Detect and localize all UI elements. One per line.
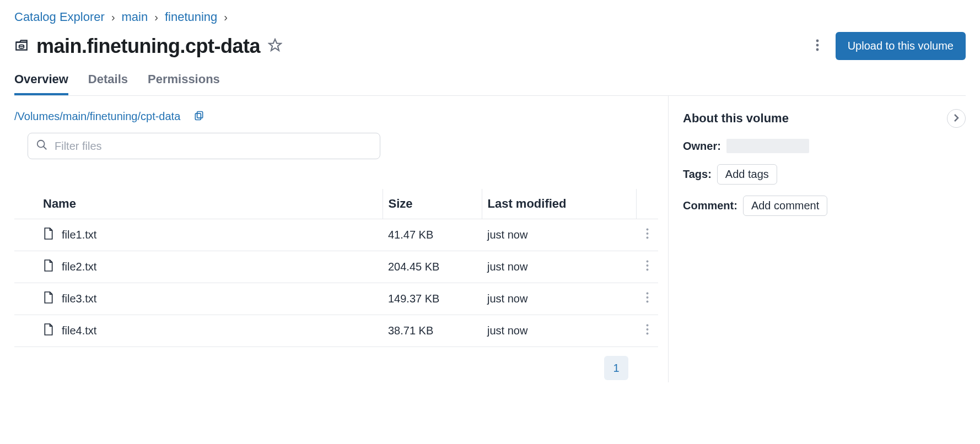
volume-path-link[interactable]: /Volumes/main/finetuning/cpt-data xyxy=(14,110,180,123)
page-header: main.finetuning.cpt-data Upload to this … xyxy=(14,32,966,60)
file-icon xyxy=(43,323,54,339)
expand-panel-button[interactable] xyxy=(947,109,966,128)
filter-files-input[interactable] xyxy=(55,140,372,153)
table-row[interactable]: file4.txt38.71 KBjust now xyxy=(14,315,658,347)
svg-point-14 xyxy=(646,269,648,271)
column-header-last-modified[interactable]: Last modified xyxy=(482,189,636,219)
tab-overview[interactable]: Overview xyxy=(14,72,68,95)
favorite-button[interactable] xyxy=(268,38,282,54)
volume-icon xyxy=(14,38,29,55)
file-size: 41.47 KB xyxy=(383,219,482,251)
svg-point-0 xyxy=(19,45,24,46)
svg-point-13 xyxy=(646,264,648,267)
tab-permissions[interactable]: Permissions xyxy=(148,72,220,95)
svg-point-3 xyxy=(816,44,819,47)
table-row[interactable]: file1.txt41.47 KBjust now xyxy=(14,219,658,251)
table-row[interactable]: file3.txt149.37 KBjust now xyxy=(14,283,658,315)
filter-files-field[interactable] xyxy=(28,133,380,159)
row-actions-button[interactable] xyxy=(646,228,649,241)
row-actions-button[interactable] xyxy=(646,260,649,273)
file-name: file4.txt xyxy=(62,324,96,337)
kebab-icon xyxy=(646,232,649,241)
svg-point-16 xyxy=(646,296,648,299)
svg-point-17 xyxy=(646,301,648,303)
file-icon xyxy=(43,291,54,307)
breadcrumb: Catalog Explorer › main › finetuning › xyxy=(14,10,966,24)
about-volume-title: About this volume xyxy=(683,111,789,126)
breadcrumb-item-finetuning[interactable]: finetuning xyxy=(165,10,217,24)
svg-rect-6 xyxy=(196,113,201,120)
breadcrumb-item-main[interactable]: main xyxy=(122,10,148,24)
kebab-icon xyxy=(646,264,649,273)
search-icon xyxy=(36,139,48,153)
svg-point-18 xyxy=(646,324,648,327)
svg-point-12 xyxy=(646,261,648,263)
svg-point-11 xyxy=(646,237,648,239)
pagination: 1 xyxy=(14,356,658,380)
overview-panel: /Volumes/main/finetuning/cpt-data Name S… xyxy=(14,96,668,382)
kebab-icon xyxy=(646,328,649,337)
add-comment-button[interactable]: Add comment xyxy=(743,196,827,216)
chevron-right-icon: › xyxy=(153,11,159,24)
tags-label: Tags: xyxy=(683,168,712,181)
kebab-icon xyxy=(816,39,819,53)
page-title: main.finetuning.cpt-data xyxy=(36,35,260,58)
svg-marker-1 xyxy=(269,39,281,51)
svg-point-10 xyxy=(646,232,648,235)
row-actions-button[interactable] xyxy=(646,324,649,337)
kebab-icon xyxy=(646,296,649,305)
chevron-right-icon: › xyxy=(223,11,229,24)
svg-point-2 xyxy=(816,40,819,42)
file-name: file3.txt xyxy=(62,293,96,305)
row-actions-button[interactable] xyxy=(646,292,649,305)
file-size: 38.71 KB xyxy=(383,315,482,347)
comment-label: Comment: xyxy=(683,199,737,212)
file-size: 149.37 KB xyxy=(383,283,482,315)
file-icon xyxy=(43,259,54,275)
owner-value xyxy=(726,139,809,153)
svg-point-15 xyxy=(646,293,648,295)
file-last-modified: just now xyxy=(482,315,636,347)
chevron-right-icon xyxy=(954,113,959,124)
page-1-button[interactable]: 1 xyxy=(604,356,628,380)
tabs: Overview Details Permissions xyxy=(14,72,966,96)
svg-point-19 xyxy=(646,328,648,331)
breadcrumb-item-catalog-explorer[interactable]: Catalog Explorer xyxy=(14,10,105,24)
file-last-modified: just now xyxy=(482,283,636,315)
more-actions-button[interactable] xyxy=(811,37,823,55)
svg-point-4 xyxy=(816,48,819,51)
svg-rect-5 xyxy=(197,112,203,118)
file-name: file2.txt xyxy=(62,261,96,273)
star-icon xyxy=(268,38,282,54)
add-tags-button[interactable]: Add tags xyxy=(717,164,777,185)
file-name: file1.txt xyxy=(62,229,96,241)
chevron-right-icon: › xyxy=(110,11,116,24)
column-header-size[interactable]: Size xyxy=(383,189,482,219)
files-table: Name Size Last modified file1.txt41.47 K… xyxy=(14,189,658,347)
owner-label: Owner: xyxy=(683,140,721,153)
file-last-modified: just now xyxy=(482,219,636,251)
tab-details[interactable]: Details xyxy=(88,72,128,95)
column-header-name[interactable]: Name xyxy=(14,189,383,219)
upload-to-volume-button[interactable]: Upload to this volume xyxy=(836,32,966,60)
copy-path-button[interactable] xyxy=(193,110,204,123)
svg-point-7 xyxy=(37,140,45,148)
copy-icon xyxy=(193,110,204,123)
file-icon xyxy=(43,227,54,243)
svg-line-8 xyxy=(44,147,47,150)
svg-point-20 xyxy=(646,333,648,335)
about-volume-panel: About this volume Owner: Tags: Add tags … xyxy=(668,96,966,382)
file-last-modified: just now xyxy=(482,251,636,283)
table-row[interactable]: file2.txt204.45 KBjust now xyxy=(14,251,658,283)
file-size: 204.45 KB xyxy=(383,251,482,283)
svg-point-9 xyxy=(646,229,648,231)
